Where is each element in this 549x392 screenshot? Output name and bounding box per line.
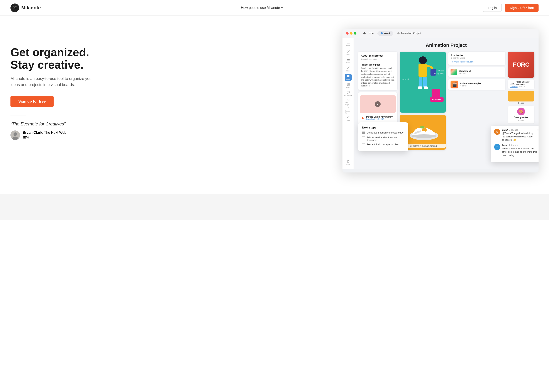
footer [0, 194, 549, 220]
byline-company: The Next Web [44, 131, 66, 134]
tab-work[interactable]: Work [378, 31, 393, 36]
golden-label: Golden [508, 102, 534, 104]
logo-link[interactable]: Milanote [10, 3, 41, 12]
chevron-down-icon: ▾ [281, 6, 283, 9]
moodboard-count: 11 cards [459, 72, 503, 75]
sidebar-link[interactable]: Link [345, 49, 352, 56]
animation-examples-card[interactable]: 🎬 Animation examples 4 cards [448, 79, 506, 90]
video-file: ▶ Pexels-Engin-Akyurt.mov Download - 13.… [360, 114, 396, 122]
video-preview: ▶ [360, 95, 396, 113]
app-sidebar: Tools Link To-do Line [343, 38, 354, 169]
moodboard-card[interactable]: Moodboard 11 cards [448, 67, 506, 77]
sidebar-tools[interactable]: Tools [345, 41, 352, 48]
comment-tyson: T Tyson 1 day ago Thanks Sarah. I'll moc… [494, 144, 539, 157]
illustration-card[interactable]: shorten hills inbackground Cerise Red [400, 52, 446, 112]
video-download[interactable]: Download - 13.1 MB [366, 118, 393, 120]
color-palettes-icon: 🎨 [517, 108, 525, 115]
svg-rect-17 [347, 99, 349, 101]
byline-author: Bryan Clark, The Next Web [23, 131, 66, 135]
heart-icon[interactable]: ♡ [537, 129, 539, 132]
signup-button[interactable]: Sign up for free [505, 4, 539, 12]
moodboard-title: Moodboard [459, 70, 503, 72]
tyson-meta: Tyson 1 day ago [502, 144, 539, 146]
traffic-lights [346, 32, 356, 35]
svg-rect-22 [423, 77, 427, 88]
animation-title: Animation examples [460, 82, 503, 85]
svg-rect-15 [349, 83, 349, 86]
check-2[interactable] [362, 136, 365, 139]
comment-sarah: S Sarah 1 day ago @Tyson The yellow back… [494, 129, 539, 142]
hero-cta-button[interactable]: Sign up for free [10, 96, 54, 107]
eps-download-row: Download - 441 Kb [510, 86, 532, 88]
checklist-popup: Next steps ✓ Complete 3 design concepts … [358, 122, 408, 151]
logo-text: Milanote [21, 5, 41, 11]
hero-left: Get organized.Stay creative. Milanote is… [10, 29, 102, 140]
animation-tab-icon [397, 32, 400, 35]
tyson-avatar: T [494, 144, 500, 150]
sidebar-draw[interactable]: Draw [345, 115, 352, 122]
eps-file-card[interactable]: raw Force-Sneaker-Logo.eps Download - 44… [508, 79, 534, 89]
annotation-hills: hills inbackground [434, 69, 444, 75]
svg-rect-24 [424, 86, 428, 89]
tab-home[interactable]: Home [361, 31, 376, 36]
tnw-logo: tnw [23, 135, 66, 140]
svg-rect-11 [348, 75, 349, 76]
eps-download-link[interactable]: Download [510, 86, 518, 88]
tabs-bar: Home › Work › Animation Project [361, 31, 423, 36]
force-brand-card[interactable]: FORC [508, 52, 534, 78]
about-subtitle: 1 card, 1 file, 1 doc [361, 58, 395, 60]
about-card[interactable]: About this project 1 card, 1 file, 1 doc… [358, 52, 397, 90]
avatar [10, 130, 20, 140]
sidebar-trash[interactable]: Trash [345, 159, 352, 166]
eps-size: 441 Kb [519, 86, 525, 88]
illustrator-link[interactable]: Illustrator on dribbble.com [451, 61, 503, 63]
svg-point-4 [14, 7, 15, 8]
logo-icon [10, 3, 19, 12]
color-palettes-title: Color palettes [514, 116, 528, 119]
maximize-button[interactable] [354, 32, 356, 35]
animation-count: 4 cards [460, 85, 503, 87]
sidebar-column[interactable]: Column [345, 82, 352, 89]
tyson-text: Thanks Sarah. I'll mock up the other col… [502, 147, 539, 157]
home-tab-icon [363, 32, 366, 35]
board-content: Animation Project About this project 1 c… [354, 38, 539, 169]
login-button[interactable]: Log in [483, 4, 502, 12]
svg-rect-16 [347, 91, 349, 93]
tab-work-label: Work [384, 32, 390, 35]
svg-rect-12 [347, 76, 348, 77]
svg-point-5 [14, 8, 14, 9]
svg-rect-20 [418, 63, 427, 77]
close-button[interactable] [346, 32, 349, 35]
checklist-item-1: ✓ Complete 3 design concepts today [362, 131, 404, 134]
sidebar-upload-file[interactable]: Upload file [345, 107, 352, 114]
sidebar-board[interactable]: Board [345, 74, 352, 81]
minimize-button[interactable] [350, 32, 352, 35]
check-3[interactable] [362, 143, 365, 146]
cerise-color-card: Cerise Red [430, 97, 443, 102]
green-accent [361, 62, 367, 62]
svg-point-19 [419, 56, 427, 64]
sidebar-line[interactable]: Line [345, 66, 352, 72]
svg-line-9 [347, 67, 349, 69]
sidebar-todo[interactable]: To-do [345, 57, 352, 64]
inspiration-title: Inspiration [451, 54, 503, 57]
check-1[interactable]: ✓ [362, 132, 365, 134]
cerise-swatch [432, 89, 440, 97]
inspiration-card[interactable]: Inspiration 2 boards, 1 card Illustrator… [448, 52, 506, 65]
comments-popup: S Sarah 1 day ago @Tyson The yellow back… [491, 126, 539, 162]
play-button[interactable]: ▶ [375, 101, 380, 107]
golden-color-chip: Golden [508, 91, 534, 104]
sidebar-add-image[interactable]: Add image [345, 99, 352, 106]
force-text: FORC [513, 61, 529, 68]
tab-animation-project[interactable]: Animation Project [395, 31, 423, 36]
color-palettes-card[interactable]: 🎨 Color palettes 5 cards [508, 106, 534, 124]
video-card[interactable]: ▶ ▶ Pexels-Engin-Akyurt.mov Download - 1… [358, 92, 397, 124]
svg-rect-13 [348, 76, 349, 77]
app-titlebar: Home › Work › Animation Project [343, 29, 539, 38]
sidebar-comment[interactable]: Comment [345, 90, 352, 97]
how-people-menu[interactable]: How people use Milanote ▾ [241, 6, 283, 10]
checklist-item-2: Talk to Jessica about motion designers [362, 136, 404, 141]
svg-point-7 [14, 133, 17, 136]
color-palettes-count: 5 cards [518, 119, 524, 122]
eps-filename: Force-Sneaker-Logo.eps [516, 81, 532, 85]
